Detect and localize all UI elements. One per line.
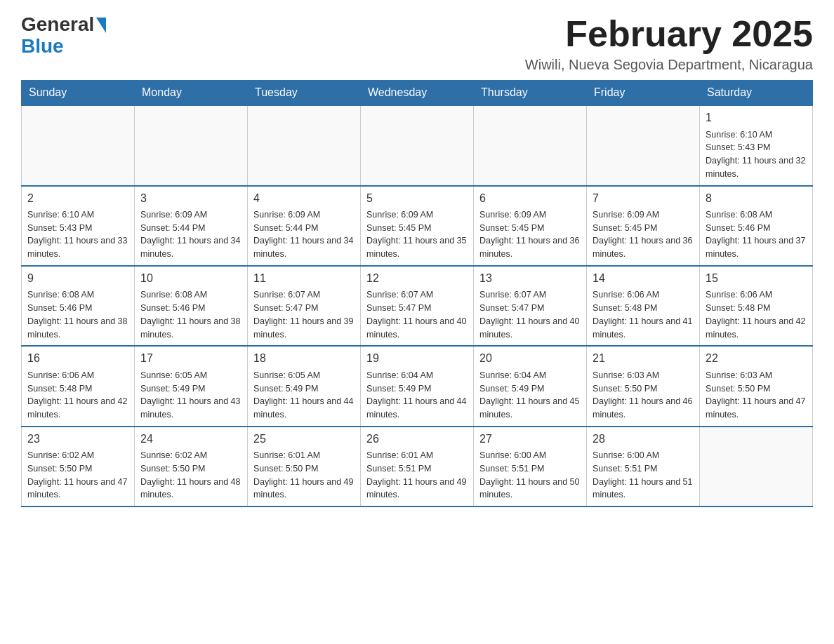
calendar-cell: 23Sunrise: 6:02 AMSunset: 5:50 PMDayligh… (22, 427, 135, 507)
calendar-cell: 20Sunrise: 6:04 AMSunset: 5:49 PMDayligh… (474, 346, 587, 426)
calendar-table: SundayMondayTuesdayWednesdayThursdayFrid… (21, 80, 813, 507)
day-number: 1 (706, 110, 807, 126)
day-info: Sunrise: 6:09 AM (593, 208, 694, 222)
day-number: 10 (140, 271, 241, 286)
location-subtitle: Wiwili, Nueva Segovia Department, Nicara… (525, 57, 813, 73)
calendar-header-friday: Friday (587, 81, 700, 106)
day-number: 11 (253, 271, 355, 286)
day-info: Daylight: 11 hours and 40 minutes. (366, 315, 468, 342)
calendar-cell: 15Sunrise: 6:06 AMSunset: 5:48 PMDayligh… (700, 266, 813, 346)
day-info: Daylight: 11 hours and 45 minutes. (479, 395, 581, 422)
day-number: 5 (366, 191, 468, 206)
day-number: 19 (366, 351, 468, 366)
calendar-header-tuesday: Tuesday (248, 81, 361, 106)
day-info: Daylight: 11 hours and 39 minutes. (253, 315, 355, 342)
day-number: 12 (366, 271, 468, 286)
calendar-cell: 16Sunrise: 6:06 AMSunset: 5:48 PMDayligh… (22, 346, 135, 426)
day-info: Daylight: 11 hours and 42 minutes. (27, 395, 128, 422)
day-info: Sunset: 5:45 PM (366, 222, 468, 235)
day-info: Daylight: 11 hours and 38 minutes. (27, 315, 128, 342)
day-info: Daylight: 11 hours and 43 minutes. (140, 395, 241, 422)
day-info: Sunset: 5:49 PM (253, 382, 355, 396)
calendar-cell: 21Sunrise: 6:03 AMSunset: 5:50 PMDayligh… (587, 346, 700, 426)
day-info: Sunset: 5:48 PM (706, 302, 807, 315)
day-info: Sunrise: 6:06 AM (27, 369, 128, 382)
day-info: Sunrise: 6:00 AM (593, 449, 694, 462)
calendar-cell (135, 105, 248, 185)
calendar-cell: 4Sunrise: 6:09 AMSunset: 5:44 PMDaylight… (248, 186, 361, 266)
day-info: Sunset: 5:46 PM (706, 222, 807, 235)
day-info: Sunrise: 6:07 AM (253, 288, 355, 302)
day-info: Daylight: 11 hours and 40 minutes. (479, 315, 581, 342)
calendar-week-row: 2Sunrise: 6:10 AMSunset: 5:43 PMDaylight… (22, 186, 813, 266)
day-info: Sunset: 5:50 PM (140, 462, 241, 476)
day-info: Sunrise: 6:04 AM (479, 369, 581, 382)
day-info: Daylight: 11 hours and 38 minutes. (140, 315, 241, 342)
calendar-cell (587, 105, 700, 185)
day-number: 26 (366, 431, 468, 447)
day-number: 6 (479, 191, 581, 206)
day-info: Sunset: 5:48 PM (27, 382, 128, 396)
day-number: 25 (253, 431, 355, 447)
calendar-cell: 11Sunrise: 6:07 AMSunset: 5:47 PMDayligh… (248, 266, 361, 346)
day-number: 7 (593, 191, 694, 206)
calendar-cell: 6Sunrise: 6:09 AMSunset: 5:45 PMDaylight… (474, 186, 587, 266)
page-header: General Blue February 2025 Wiwili, Nueva… (21, 14, 813, 73)
calendar-cell: 26Sunrise: 6:01 AMSunset: 5:51 PMDayligh… (361, 427, 474, 507)
day-info: Sunset: 5:45 PM (593, 222, 694, 235)
day-info: Sunrise: 6:02 AM (27, 449, 128, 462)
day-info: Sunset: 5:50 PM (253, 462, 355, 476)
day-info: Sunrise: 6:01 AM (366, 449, 468, 462)
day-info: Sunset: 5:46 PM (140, 302, 241, 315)
calendar-week-row: 16Sunrise: 6:06 AMSunset: 5:48 PMDayligh… (22, 346, 813, 426)
day-number: 14 (593, 271, 694, 286)
calendar-cell: 1Sunrise: 6:10 AMSunset: 5:43 PMDaylight… (700, 105, 813, 185)
calendar-cell: 12Sunrise: 6:07 AMSunset: 5:47 PMDayligh… (361, 266, 474, 346)
logo-blue: Blue (21, 36, 94, 58)
day-info: Sunset: 5:48 PM (593, 302, 694, 315)
day-info: Daylight: 11 hours and 41 minutes. (593, 315, 694, 342)
day-info: Sunrise: 6:10 AM (706, 128, 807, 142)
calendar-cell (361, 105, 474, 185)
day-number: 21 (593, 351, 694, 366)
day-info: Sunrise: 6:06 AM (706, 288, 807, 302)
day-info: Sunset: 5:46 PM (27, 302, 128, 315)
logo-general: General (21, 14, 94, 36)
calendar-week-row: 9Sunrise: 6:08 AMSunset: 5:46 PMDaylight… (22, 266, 813, 346)
day-info: Daylight: 11 hours and 42 minutes. (706, 315, 807, 342)
day-info: Sunset: 5:47 PM (253, 302, 355, 315)
day-number: 8 (706, 191, 807, 206)
logo: General Blue (21, 14, 106, 58)
calendar-cell: 22Sunrise: 6:03 AMSunset: 5:50 PMDayligh… (700, 346, 813, 426)
day-info: Daylight: 11 hours and 44 minutes. (253, 395, 355, 422)
day-number: 13 (479, 271, 581, 286)
month-title: February 2025 (525, 14, 813, 54)
day-info: Sunrise: 6:05 AM (140, 369, 241, 382)
day-info: Sunset: 5:49 PM (140, 382, 241, 396)
day-info: Daylight: 11 hours and 49 minutes. (253, 476, 355, 502)
day-info: Sunset: 5:49 PM (366, 382, 468, 396)
day-info: Sunrise: 6:02 AM (140, 449, 241, 462)
day-info: Sunset: 5:47 PM (366, 302, 468, 315)
calendar-cell (248, 105, 361, 185)
calendar-cell (474, 105, 587, 185)
day-number: 9 (27, 271, 128, 286)
day-info: Sunrise: 6:07 AM (366, 288, 468, 302)
day-number: 23 (27, 431, 128, 447)
calendar-header-wednesday: Wednesday (361, 81, 474, 106)
day-info: Sunset: 5:43 PM (706, 141, 807, 154)
calendar-cell: 9Sunrise: 6:08 AMSunset: 5:46 PMDaylight… (22, 266, 135, 346)
day-info: Sunset: 5:50 PM (706, 382, 807, 396)
day-info: Sunset: 5:44 PM (253, 222, 355, 235)
day-info: Daylight: 11 hours and 35 minutes. (366, 234, 468, 261)
day-info: Daylight: 11 hours and 34 minutes. (140, 234, 241, 261)
day-info: Sunrise: 6:08 AM (27, 288, 128, 302)
day-number: 20 (479, 351, 581, 366)
day-info: Sunrise: 6:09 AM (366, 208, 468, 222)
calendar-cell: 28Sunrise: 6:00 AMSunset: 5:51 PMDayligh… (587, 427, 700, 507)
calendar-cell: 27Sunrise: 6:00 AMSunset: 5:51 PMDayligh… (474, 427, 587, 507)
day-number: 15 (706, 271, 807, 286)
day-number: 16 (27, 351, 128, 366)
day-info: Sunset: 5:51 PM (479, 462, 581, 476)
day-info: Sunrise: 6:04 AM (366, 369, 468, 382)
